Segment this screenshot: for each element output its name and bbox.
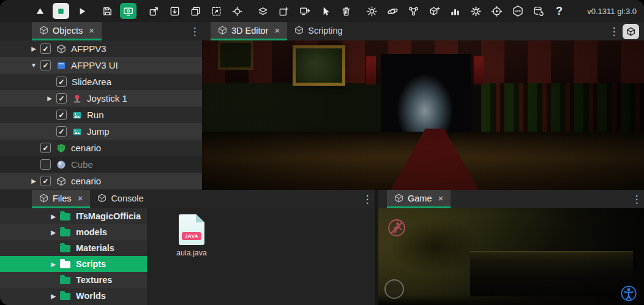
objects-menu-icon[interactable]: ⋮ <box>187 25 202 38</box>
apk-export-button[interactable]: APK <box>509 3 526 19</box>
file-item-aula-java[interactable]: JAVA aula.java <box>170 214 213 257</box>
folder-row[interactable]: Materials <box>0 240 147 256</box>
tree-row[interactable]: ✓ Run <box>0 107 202 123</box>
accessibility-icon[interactable] <box>620 285 637 301</box>
add-cube-button[interactable] <box>426 3 443 19</box>
tab-objects[interactable]: Objects × <box>32 22 102 40</box>
square-export-button[interactable] <box>146 3 162 19</box>
files-menu-icon[interactable]: ⋮ <box>360 193 375 206</box>
tree-row[interactable]: ✓ cenario <box>0 140 202 156</box>
folder-row[interactable]: ▶ Worlds <box>0 288 147 304</box>
chevron-right-icon[interactable]: ▶ <box>47 213 60 220</box>
help-button[interactable]: ? <box>551 3 567 19</box>
cube-icon <box>626 27 635 36</box>
close-icon[interactable]: × <box>89 26 94 35</box>
database-sync-button[interactable] <box>530 3 547 19</box>
crosshair-button[interactable] <box>229 3 245 19</box>
editor-tabbar: 3D Editor × Scripting ⋮ <box>202 22 644 40</box>
layer-add-button[interactable] <box>275 3 292 19</box>
object-label: cenario <box>71 143 101 153</box>
save-button[interactable] <box>99 3 116 19</box>
back-button[interactable] <box>32 3 48 19</box>
tree-row[interactable]: ▼ ✓ AFPPV3 UI <box>0 57 202 73</box>
chevron-right-icon[interactable]: ▶ <box>27 178 40 184</box>
orbit-button[interactable] <box>384 3 401 19</box>
game-viewport[interactable] <box>378 208 644 305</box>
cube-icon <box>218 26 227 35</box>
checkbox[interactable]: ✓ <box>40 43 51 54</box>
run-disabled-icon[interactable] <box>387 218 406 238</box>
cube-icon <box>39 194 48 203</box>
tab-scripting-label: Scripting <box>308 26 342 36</box>
chevron-right-icon[interactable]: ▶ <box>27 45 40 52</box>
game-vignette <box>378 208 644 305</box>
display-export-button[interactable] <box>296 3 313 19</box>
folder-label: models <box>76 227 107 237</box>
screen-preview-button[interactable] <box>120 3 137 19</box>
marquee-select-icon <box>211 6 222 17</box>
trash-button[interactable] <box>338 3 354 19</box>
settings-button[interactable] <box>468 3 484 19</box>
chevron-down-icon[interactable]: ▼ <box>27 62 40 69</box>
folder-icon <box>60 213 70 220</box>
folder-icon <box>60 229 70 236</box>
checkbox[interactable]: ✓ <box>56 93 67 104</box>
marquee-select-button[interactable] <box>208 3 225 19</box>
checkbox[interactable]: ✓ <box>56 126 67 137</box>
tree-row[interactable]: ✓ Cube <box>0 156 202 173</box>
tree-row[interactable]: ✓ Jump <box>0 123 202 140</box>
stop-icon <box>55 6 67 17</box>
node-graph-button[interactable] <box>405 3 422 19</box>
duplicate-button[interactable] <box>187 3 204 19</box>
stats-button[interactable] <box>447 3 463 19</box>
objects-tabbar: Objects × ⋮ <box>0 22 202 40</box>
tab-3d-editor[interactable]: 3D Editor × <box>211 22 287 40</box>
tree-row[interactable]: ▶ ✓ cenario <box>0 173 202 189</box>
tree-row[interactable]: ✓ SlideArea <box>0 73 202 90</box>
play-button[interactable] <box>73 3 90 19</box>
folder-row-selected[interactable]: ▶ Scripts <box>0 256 147 272</box>
checkbox[interactable]: ✓ <box>40 143 51 153</box>
panel-layout-button[interactable] <box>623 24 639 39</box>
chevron-right-icon[interactable]: ▶ <box>47 229 60 236</box>
tree-row[interactable]: ▶ ✓ AFPPV3 <box>0 40 202 57</box>
folder-icon <box>60 245 70 252</box>
square-import-icon <box>169 6 181 17</box>
folder-row[interactable]: ▶ ITsMagicOfficia <box>0 208 147 224</box>
image-icon <box>72 126 83 137</box>
help-icon: ? <box>556 6 563 17</box>
target-button[interactable] <box>489 3 505 19</box>
tab-console[interactable]: Console <box>90 190 151 208</box>
chevron-right-icon[interactable]: ▶ <box>47 261 60 268</box>
checkbox[interactable]: ✓ <box>40 60 51 70</box>
pointer-button[interactable] <box>317 3 334 19</box>
layers-move-icon <box>257 6 269 17</box>
ui-panel-icon <box>56 60 67 71</box>
editor-menu-icon[interactable]: ⋮ <box>607 25 621 38</box>
tab-scripting[interactable]: Scripting <box>287 22 350 40</box>
stop-button[interactable] <box>53 3 69 19</box>
tab-files[interactable]: Files × <box>32 190 90 208</box>
tree-row[interactable]: ▶ ✓ Joystick 1 <box>0 90 202 107</box>
checkbox[interactable]: ✓ <box>40 176 51 186</box>
folder-row[interactable]: Textures <box>0 272 147 288</box>
layers-move-button[interactable] <box>255 3 271 19</box>
3d-viewport[interactable] <box>202 40 644 190</box>
tab-game[interactable]: Game × <box>387 190 451 208</box>
close-icon[interactable]: × <box>274 26 280 35</box>
close-icon[interactable]: × <box>438 194 444 203</box>
layer-add-icon <box>278 6 290 17</box>
folder-label: Textures <box>76 275 112 285</box>
chevron-right-icon[interactable]: ▶ <box>43 95 56 102</box>
joystick-base[interactable] <box>384 279 404 299</box>
checkbox[interactable]: ✓ <box>56 77 67 87</box>
sun-button[interactable] <box>364 3 380 19</box>
chevron-right-icon[interactable]: ▶ <box>47 293 60 299</box>
checkbox-unchecked[interactable]: ✓ <box>40 159 51 170</box>
square-import-button[interactable] <box>167 3 183 19</box>
cube-icon <box>294 26 304 35</box>
checkbox[interactable]: ✓ <box>56 110 67 120</box>
close-icon[interactable]: × <box>78 194 83 203</box>
game-menu-icon[interactable]: ⋮ <box>629 193 644 206</box>
folder-row[interactable]: ▶ models <box>0 224 147 240</box>
